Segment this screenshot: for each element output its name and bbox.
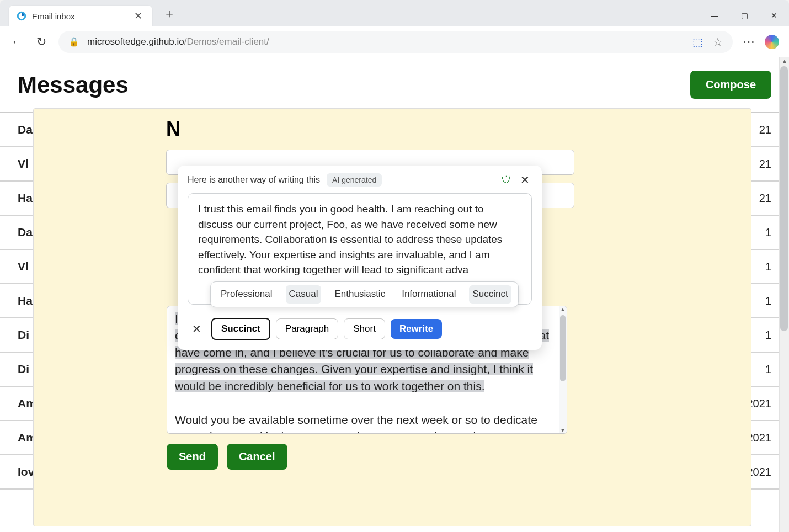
page-scrollbar[interactable]: ▲ [779, 57, 789, 532]
tone-option-informational[interactable]: Informational [398, 285, 459, 304]
tab-title: Email inbox [32, 12, 126, 21]
controls-close-icon[interactable]: ✕ [188, 320, 206, 338]
ai-suggestion-box: I trust this email finds you in good hea… [188, 193, 532, 305]
url-path: /Demos/email-client/ [184, 36, 269, 47]
tone-option-enthusiastic[interactable]: Enthusiastic [331, 285, 388, 304]
privacy-shield-icon[interactable]: 🛡︎ [502, 174, 511, 186]
browser-titlebar: Email inbox ✕ ＋ — ▢ ✕ [0, 0, 789, 26]
scroll-thumb[interactable] [780, 66, 788, 331]
row-date: 1 [765, 363, 771, 376]
browser-menu-button[interactable]: ⋯ [743, 35, 755, 49]
edge-favicon-icon [17, 11, 26, 21]
tone-option-succinct[interactable]: Succinct [469, 285, 511, 304]
url-box[interactable]: 🔒 microsoftedge.github.io/Demos/email-cl… [58, 31, 733, 53]
window-close-button[interactable]: ✕ [759, 4, 789, 26]
lock-icon: 🔒 [68, 36, 79, 47]
ai-rewrite-popup: Here is another way of writing this AI g… [178, 166, 542, 350]
editor-scrollbar[interactable]: ▲ ▼ [559, 306, 567, 433]
copilot-icon[interactable] [765, 35, 779, 49]
row-date: 21 [759, 192, 771, 205]
nav-back-button[interactable]: ← [10, 35, 24, 49]
page-content: ▲ Messages Compose Da21Vl21Ha21Da1Vl1Ha1… [0, 57, 789, 532]
editor-rest-text: Would you be available sometime over the… [175, 413, 537, 433]
length-succinct-pill[interactable]: Succinct [211, 318, 270, 340]
compose-heading: N [166, 118, 574, 141]
url-domain: microsoftedge.github.io [87, 36, 184, 47]
ai-generated-badge: AI generated [327, 173, 382, 187]
row-date: 21 [759, 124, 771, 136]
page-title: Messages [18, 72, 129, 98]
shopping-icon[interactable]: ⬚ [692, 35, 703, 49]
row-date: 21 [759, 158, 771, 171]
nav-refresh-button[interactable]: ↻ [34, 35, 49, 49]
window-maximize-button[interactable]: ▢ [729, 4, 759, 26]
tone-option-professional[interactable]: Professional [217, 285, 276, 304]
length-short-pill[interactable]: Short [344, 318, 385, 339]
tab-close-icon[interactable]: ✕ [132, 10, 145, 22]
send-button[interactable]: Send [167, 444, 218, 470]
favorite-icon[interactable]: ☆ [713, 35, 723, 49]
row-date: 1 [765, 260, 771, 273]
tone-option-casual[interactable]: Casual [286, 285, 322, 304]
editor-scroll-up-icon[interactable]: ▲ [559, 306, 567, 312]
browser-address-bar: ← ↻ 🔒 microsoftedge.github.io/Demos/emai… [0, 26, 789, 57]
window-minimize-button[interactable]: — [700, 4, 729, 26]
ai-close-icon[interactable]: ✕ [518, 173, 532, 187]
rewrite-button[interactable]: Rewrite [391, 319, 442, 339]
tone-options: ProfessionalCasualEnthusiasticInformatio… [210, 281, 519, 307]
row-date: 1 [765, 295, 771, 307]
cancel-button[interactable]: Cancel [227, 444, 287, 470]
length-paragraph-pill[interactable]: Paragraph [276, 318, 338, 339]
new-tab-button[interactable]: ＋ [156, 1, 183, 26]
ai-suggestion-text: I trust this email finds you in good hea… [198, 203, 502, 275]
ai-popup-label: Here is another way of writing this [188, 175, 320, 185]
browser-tab[interactable]: Email inbox ✕ [9, 6, 152, 26]
window-controls: — ▢ ✕ [700, 4, 789, 26]
compose-button[interactable]: Compose [690, 71, 771, 99]
editor-scroll-thumb[interactable] [560, 315, 566, 381]
row-date: 1 [765, 329, 771, 342]
editor-scroll-down-icon[interactable]: ▼ [559, 427, 567, 433]
row-date: 1 [765, 226, 771, 239]
